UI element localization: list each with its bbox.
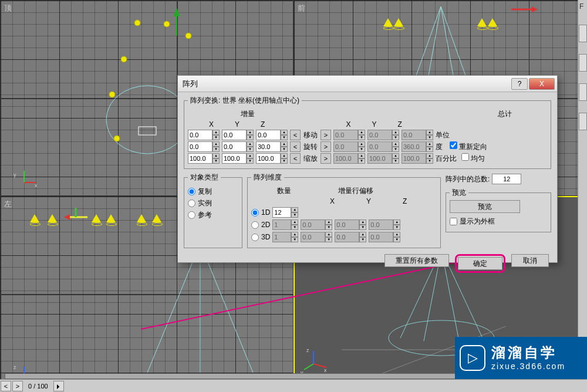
move-row: ▲▼ ▲▼ ▲▼ < 移动 > ▲▼ ▲▼ ▲▼ 单位 [188,130,547,140]
inc-rot-y[interactable] [222,141,247,152]
svg-marker-2 [174,9,179,16]
light-icon [106,214,116,222]
ok-button[interactable]: 确定 [458,257,502,270]
viewport-label: 顶 [4,3,12,13]
move-gizmo [59,205,100,229]
light-icon [137,214,146,222]
radio-2d[interactable] [251,221,259,229]
viewport-label: 前 [298,3,305,13]
radio-3d[interactable] [251,234,259,241]
group-object-type: 对象类型 复制 实例 参考 [184,173,242,248]
increment-label: 增量 [241,109,255,119]
inc-move-z[interactable] [256,130,281,140]
cancel-button[interactable]: 取消 [511,254,549,267]
svg-point-5 [185,33,191,39]
deg-label: 度 [436,142,443,152]
group-label: 阵列变换: 世界 坐标(使用轴点中心) [188,96,302,106]
group-label: 对象类型 [188,173,221,183]
inc-move-x[interactable] [188,130,212,140]
less-than-button[interactable]: < [290,153,301,164]
pct-label: 百分比 [436,154,457,164]
panel-tab[interactable] [579,25,587,42]
watermark-url: zixue.3d66.com [491,361,565,371]
axis-y-label: Y [372,120,376,129]
ok-highlight: 确定 [455,254,505,273]
tot-move-z [402,130,426,140]
light-icon [30,214,39,222]
count-label: 数量 [277,186,291,196]
tot-rot-y [367,141,392,152]
radio-1d[interactable] [251,209,259,217]
help-button[interactable]: ? [511,78,528,90]
3d-z [369,232,393,242]
svg-point-0 [106,86,188,154]
tot-scl-y [367,153,392,164]
key-button[interactable]: ⏵ [53,381,64,391]
svg-rect-9 [139,127,156,135]
svg-text:z: z [14,364,16,370]
axis-x-label: X [346,120,350,129]
move-gizmo [505,0,541,21]
spinner-down-icon[interactable]: ▼ [212,135,220,140]
next-frame-button[interactable]: > [12,381,23,391]
command-panel[interactable]: F [578,0,587,379]
tot-scl-x [333,153,358,164]
rotate-row: ▲▼ ▲▼ ▲▼ < 旋转 > ▲▼ ▲▼ ▲▼ 度 重新定向 [188,141,547,152]
titlebar[interactable]: 阵列 ? X [178,76,557,92]
total-label: 总计 [498,109,512,119]
inc-rot-z[interactable] [256,141,281,152]
radio-instance[interactable] [188,200,195,207]
axis-widget-icon: y x [12,166,38,192]
prev-frame-button[interactable]: < [1,381,11,391]
inc-scl-y[interactable] [222,153,247,164]
svg-point-3 [134,20,140,26]
radio-copy[interactable] [188,188,195,195]
panel-tab[interactable] [579,113,587,130]
close-button[interactable]: X [529,78,555,90]
op-scale: 缩放 [303,154,318,164]
tot-scl-z [402,153,426,164]
light-icon [48,214,57,222]
3d-y [335,232,359,242]
axis-widget-icon: x y z [301,346,330,376]
spinner-up-icon[interactable]: ▲ [212,130,220,135]
total-count-label: 阵列中的总数: [446,174,490,184]
preview-button[interactable]: 预览 [450,200,520,213]
greater-than-button[interactable]: > [321,153,331,164]
watermark: ▷ 溜溜自学 zixue.3d66.com [455,337,587,379]
radio-reference[interactable] [188,211,195,219]
reset-button[interactable]: 重置所有参数 [384,254,449,267]
play-icon: ▷ [460,345,485,371]
reorient-checkbox[interactable] [450,141,457,149]
svg-point-7 [109,92,115,97]
greater-than-button[interactable]: > [321,130,331,140]
uniform-checkbox[interactable] [461,153,469,161]
svg-text:y: y [14,172,16,178]
group-label: 阵列维度 [251,173,284,183]
wireframe-checkbox[interactable] [450,218,457,225]
svg-marker-17 [64,214,70,220]
tot-rot-x [333,141,358,152]
scale-row: ▲▼ ▲▼ ▲▼ < 缩放 > ▲▼ ▲▼ ▲▼ 百分比 均匀 [188,153,547,164]
dialog-title: 阵列 [180,79,510,89]
svg-text:x: x [324,367,327,373]
op-rotate: 旋转 [303,142,318,152]
group-preview: 预览 预览 显示为外框 [446,188,551,232]
count-1d[interactable] [272,207,291,218]
tot-rot-z [402,141,426,152]
inc-scl-x[interactable] [188,153,212,164]
less-than-button[interactable]: < [290,130,301,140]
panel-tab[interactable] [579,54,587,72]
axis-x-label: X [209,120,214,129]
svg-point-4 [164,21,170,27]
tot-move-y [367,130,392,140]
svg-text:z: z [306,347,309,353]
frame-display: 0 / 100 [28,383,48,390]
inc-scl-z[interactable] [256,153,281,164]
panel-tab[interactable] [579,83,587,101]
greater-than-button[interactable]: > [321,141,331,152]
inc-move-y[interactable] [222,130,247,140]
less-than-button[interactable]: < [290,141,301,152]
inc-rot-x[interactable] [188,141,212,152]
op-move: 移动 [303,130,318,140]
